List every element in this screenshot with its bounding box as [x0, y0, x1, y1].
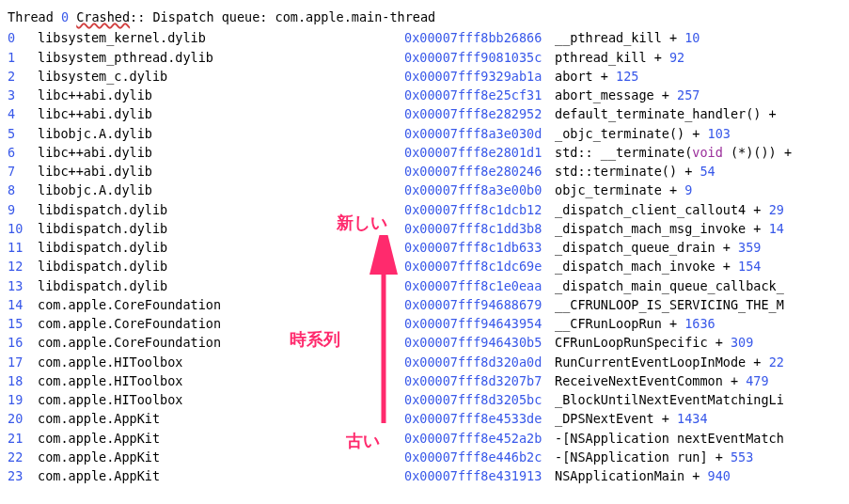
frame-address: 0x00007fff8e25cf31 — [404, 86, 555, 104]
frame-offset: 125 — [616, 69, 638, 84]
frame-function: _dispatch_mach_msg_invoke + 14 — [555, 219, 784, 238]
frame-address: 0x00007fff8e280246 — [404, 162, 555, 181]
frame-address: 0x00007fff8e4533de — [404, 409, 555, 428]
frame-offset: 154 — [738, 259, 761, 274]
frame-index: 20 — [8, 409, 38, 428]
plus-sign: + — [692, 126, 700, 141]
plus-sign: + — [684, 164, 692, 179]
frame-index: 10 — [8, 219, 38, 238]
stack-frame: 23com.apple.AppKit0x00007fff8e431913NSAp… — [8, 466, 841, 485]
frame-function: -[NSApplication run] + 553 — [555, 448, 753, 466]
frame-address: 0x00007fff8d3205bc — [404, 390, 555, 409]
plus-sign: + — [753, 354, 761, 370]
frame-library: com.apple.AppKit — [38, 409, 404, 428]
frame-address: 0x00007fff8c1dcb12 — [404, 200, 555, 219]
frame-offset: 22 — [769, 354, 784, 370]
frame-address: 0x00007fff8d320a0d — [404, 353, 555, 371]
frame-library: com.apple.CoreFoundation — [38, 314, 404, 333]
frame-offset: 9 — [684, 182, 692, 197]
stack-frame: 11libdispatch.dylib0x00007fff8c1db633_di… — [8, 238, 841, 257]
frame-library: libc++abi.dylib — [38, 162, 404, 181]
stack-frame: 9libdispatch.dylib0x00007fff8c1dcb12_dis… — [8, 200, 841, 219]
frame-address: 0x00007fff9329ab1a — [404, 67, 555, 86]
frame-index: 23 — [8, 466, 38, 485]
frame-library: libsystem_pthread.dylib — [38, 48, 404, 67]
plus-sign: + — [601, 69, 608, 84]
stack-frame: 8libobjc.A.dylib0x00007fff8a3e00b0objc_t… — [8, 181, 841, 199]
frame-offset: 1434 — [677, 411, 708, 426]
stack-frame: 5libobjc.A.dylib0x00007fff8a3e030d_objc_… — [8, 124, 841, 143]
frame-function: RunCurrentEventLoopInMode + 22 — [555, 353, 784, 371]
frame-offset: 1636 — [684, 316, 715, 331]
frame-library: libdispatch.dylib — [38, 276, 404, 295]
frame-library: com.apple.HIToolbox — [38, 371, 404, 390]
frame-library: libc++abi.dylib — [38, 86, 404, 104]
frame-offset: 940 — [708, 468, 731, 483]
frame-function: abort_message + 257 — [555, 86, 700, 104]
frame-library: libsystem_kernel.dylib — [38, 28, 404, 47]
frame-library: libdispatch.dylib — [38, 219, 404, 238]
frame-function: NSApplicationMain + 940 — [555, 466, 731, 485]
plus-sign: + — [715, 449, 723, 465]
stack-frame: 10libdispatch.dylib0x00007fff8c1dd3b8_di… — [8, 219, 841, 238]
frame-library: com.apple.AppKit — [38, 429, 404, 448]
plus-sign: + — [715, 335, 723, 350]
frame-function: _DPSNextEvent + 1434 — [555, 409, 708, 428]
frame-library: libobjc.A.dylib — [38, 124, 404, 143]
frame-address: 0x00007fff8c1db633 — [404, 238, 555, 257]
frame-offset: 359 — [738, 240, 761, 255]
frame-index: 3 — [8, 86, 38, 104]
frame-offset: 309 — [731, 335, 753, 350]
frame-function: _dispatch_mach_invoke + 154 — [555, 257, 762, 276]
frame-index: 2 — [8, 67, 38, 86]
crashed-label: Crashed — [76, 9, 130, 24]
frame-function: ReceiveNextEventCommon + 479 — [555, 371, 769, 390]
frame-function: _objc_terminate() + 103 — [555, 124, 731, 143]
frame-offset: 257 — [677, 87, 700, 102]
frame-function: default_terminate_handler() + — [555, 104, 777, 123]
frame-address: 0x00007fff946430b5 — [404, 333, 555, 352]
stack-frame: 12libdispatch.dylib0x00007fff8c1dc69e_di… — [8, 257, 841, 276]
frame-library: libdispatch.dylib — [38, 257, 404, 276]
frame-offset: 54 — [700, 164, 715, 179]
frame-offset: 92 — [669, 50, 684, 65]
stack-frame: 15com.apple.CoreFoundation0x00007fff9464… — [8, 314, 841, 333]
frame-index: 13 — [8, 276, 38, 295]
frame-index: 7 — [8, 162, 38, 181]
plus-sign: + — [654, 50, 662, 65]
stack-frame: 18com.apple.HIToolbox0x00007fff8d3207b7R… — [8, 371, 841, 390]
stack-frame: 16com.apple.CoreFoundation0x00007fff9464… — [8, 333, 841, 352]
frame-library: com.apple.CoreFoundation — [38, 333, 404, 352]
frame-offset: 14 — [769, 221, 784, 236]
plus-sign: + — [753, 202, 761, 217]
frame-library: com.apple.AppKit — [38, 466, 404, 485]
frame-function: std:: __terminate(void (*)()) + — [555, 143, 792, 162]
plus-sign: + — [723, 240, 731, 255]
frame-function: -[NSApplication nextEventMatch — [555, 429, 784, 448]
stack-frame: 14com.apple.CoreFoundation0x00007fff9468… — [8, 295, 841, 314]
frame-function: abort + 125 — [555, 67, 638, 86]
frame-library: libc++abi.dylib — [38, 143, 404, 162]
frame-function: __pthread_kill + 10 — [555, 28, 700, 47]
frame-address: 0x00007fff8c1dc69e — [404, 257, 555, 276]
frame-offset: 479 — [746, 373, 768, 388]
plus-sign: + — [723, 259, 731, 274]
frame-address: 0x00007fff8e431913 — [404, 466, 555, 485]
frame-index: 14 — [8, 295, 38, 314]
frame-address: 0x00007fff8a3e030d — [404, 124, 555, 143]
frame-library: libdispatch.dylib — [38, 238, 404, 257]
frame-address: 0x00007fff94688679 — [404, 295, 555, 314]
stack-frame: 20com.apple.AppKit0x00007fff8e4533de_DPS… — [8, 409, 841, 428]
frame-address: 0x00007fff8d3207b7 — [404, 371, 555, 390]
frame-index: 5 — [8, 124, 38, 143]
frame-library: com.apple.CoreFoundation — [38, 295, 404, 314]
frame-function: __CFRUNLOOP_IS_SERVICING_THE_M — [555, 295, 784, 314]
frame-index: 0 — [8, 28, 38, 47]
frame-index: 16 — [8, 333, 38, 352]
stack-frame: 19com.apple.HIToolbox0x00007fff8d3205bc_… — [8, 390, 841, 409]
thread-header: Thread 0 Crashed:: Dispatch queue: com.a… — [8, 8, 841, 26]
stack-frame: 4libc++abi.dylib0x00007fff8e282952defaul… — [8, 104, 841, 123]
stack-frames: 0libsystem_kernel.dylib0x00007fff8bb2686… — [8, 28, 841, 485]
frame-address: 0x00007fff8c1e0eaa — [404, 276, 555, 295]
frame-function: CFRunLoopRunSpecific + 309 — [555, 333, 753, 352]
